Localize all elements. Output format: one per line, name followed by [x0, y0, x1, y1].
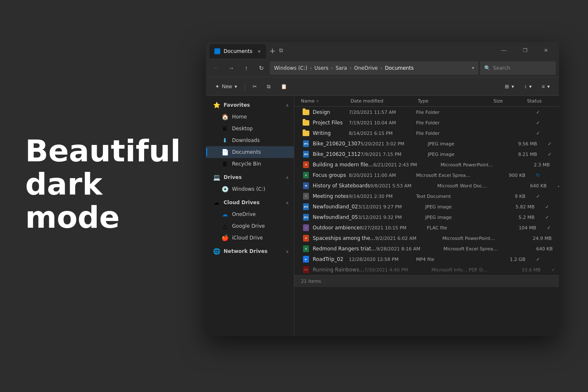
sidebar-item-recycle-bin[interactable]: 🗑 Recycle Bin — [206, 158, 294, 170]
table-row[interactable]: JPG Bike_210620_1307 5/20/2021 3:02 PM J… — [296, 139, 557, 149]
check-icon: ✓ — [536, 257, 540, 262]
group-icon: ≡ — [542, 84, 545, 89]
window-controls: — ❐ ✕ — [494, 44, 556, 57]
file-status: ✓ — [525, 257, 551, 262]
col-date-header[interactable]: Date modified — [351, 98, 418, 104]
table-row[interactable]: W History of Skateboards 9/8/2021 5:53 A… — [296, 181, 557, 191]
file-date: 5/20/2021 3:02 PM — [361, 141, 428, 147]
back-button[interactable]: ← — [209, 61, 223, 75]
xlsx-icon: X — [303, 172, 309, 179]
home-label: Home — [232, 114, 247, 120]
address-bar[interactable]: Windows (C:) › Users › Sara › OneDrive ›… — [270, 61, 478, 75]
file-status: ✓ — [536, 225, 559, 231]
file-type: Microsoft PowerPoint… — [440, 162, 516, 168]
sidebar-item-icloud[interactable]: 🍎 iCloud Drive — [206, 232, 294, 244]
explorer-window: Documents ✕ + ⧉ — ❐ ✕ ← → ↑ ↻ Windows (C… — [206, 42, 559, 336]
breadcrumb-current: Documents — [385, 65, 414, 71]
sidebar-section-favorites-header[interactable]: ⭐ Favorites ∧ — [206, 99, 294, 111]
table-row[interactable]: P Spaceships among the… 9/2/2021 6:02 AM… — [296, 233, 557, 243]
table-row[interactable]: X Focus groups 8/20/2021 11:00 AM Micros… — [296, 170, 557, 180]
up-button[interactable]: ↑ — [240, 61, 253, 75]
sidebar-item-desktop[interactable]: 🖥 Desktop — [206, 123, 294, 134]
sidebar-section-cloud-header[interactable]: ☁ Cloud Drives ∧ — [206, 197, 294, 208]
check-icon: ✓ — [545, 204, 549, 210]
col-size-header[interactable]: Size — [493, 98, 527, 104]
table-row[interactable]: Project Files 7/19/2021 10:04 AM File Fo… — [296, 118, 557, 128]
table-row[interactable]: JPG Newfoundland_05 3/12/2021 9:32 PM JP… — [296, 212, 557, 222]
table-row[interactable]: P Building a modern file… 6/21/2021 2:43… — [296, 160, 557, 170]
file-list: Name ∧ Date modified Type Size Status — [294, 96, 559, 336]
file-type-icon: P — [303, 161, 309, 168]
col-name-header[interactable]: Name ∧ — [301, 98, 351, 104]
group-button[interactable]: ≡ ▾ — [538, 80, 554, 93]
new-tab-button[interactable]: + — [269, 46, 276, 55]
sync-icon: ↻ — [536, 173, 540, 178]
forward-button[interactable]: → — [224, 61, 238, 75]
table-row[interactable]: ▶ RoadTrip_02 12/28/2020 12:58 PM MP4 fi… — [296, 254, 557, 264]
recycle-bin-icon: 🗑 — [221, 160, 229, 167]
table-row[interactable]: ♪ Outdoor ambience 8/27/2021 10:15 PM FL… — [296, 223, 557, 233]
file-name-cell: P Building a modern file… — [303, 161, 373, 168]
windows-c-label: Windows (C:) — [232, 186, 265, 192]
col-type-header[interactable]: Type — [418, 98, 493, 104]
drives-chevron: ∧ — [286, 175, 289, 180]
sidebar-item-home[interactable]: 🏠 Home — [206, 111, 294, 123]
new-button[interactable]: ✦ New ▾ — [211, 80, 241, 93]
sidebar-item-onedrive[interactable]: ☁ OneDrive — [206, 208, 294, 220]
file-name-cell: JPG Newfoundland_02 — [303, 203, 358, 210]
sidebar-item-documents[interactable]: 📄 Documents — [206, 146, 294, 158]
table-row[interactable]: Design 7/20/2021 11:57 AM File Folder ✓ — [296, 107, 557, 117]
tab-title: Documents — [224, 48, 252, 54]
sort-icon: ↕ — [524, 84, 527, 89]
table-row[interactable]: JPG Bike_210620_1312 7/9/2021 7:15 PM JP… — [296, 149, 557, 159]
sidebar-section-network-drives: 🌐 Network Drives ∨ — [206, 245, 294, 257]
toolbar: ✦ New ▾ ✂ ⧉ 📋 ⊞ ▾ ↕ ▾ ≡ ▾ — [206, 77, 559, 96]
table-row[interactable]: JPG Newfoundland_02 3/12/2021 9:27 PM JP… — [296, 202, 557, 212]
file-date: 3/12/2021 9:32 PM — [358, 215, 425, 220]
search-box[interactable]: 🔍 Search — [480, 61, 556, 75]
sidebar-item-downloads[interactable]: ⬇ Downloads — [206, 134, 294, 146]
maximize-button[interactable]: ❐ — [515, 44, 535, 57]
tab-close-button[interactable]: ✕ — [257, 49, 261, 54]
breadcrumb-users: Users — [314, 65, 329, 71]
jpeg-icon: JPG — [303, 151, 309, 158]
address-dropdown-icon[interactable]: ▾ — [472, 66, 474, 70]
file-type-icon: P — [303, 235, 309, 242]
view-options-button[interactable]: ⊞ ▾ — [501, 80, 518, 93]
sidebar: ⭐ Favorites ∧ 🏠 Home 🖥 Desktop ⬇ Downloa… — [206, 96, 294, 336]
pptx-icon: P — [303, 235, 309, 242]
sidebar-item-windows-c[interactable]: 💿 Windows (C:) — [206, 183, 294, 195]
file-type-icon: T — [303, 193, 309, 200]
col-status-header[interactable]: Status — [527, 98, 552, 104]
table-row[interactable]: Writing 8/14/2021 6:15 PM File Folder ✓ — [296, 128, 557, 138]
file-size: 24.9 MB — [518, 236, 552, 241]
paste-button[interactable]: 📋 — [277, 80, 291, 93]
docx-icon: W — [303, 182, 309, 189]
restore-button[interactable]: ⧉ — [279, 47, 283, 54]
copy-button[interactable]: ⧉ — [263, 80, 275, 93]
paste-icon: 📋 — [281, 84, 287, 89]
sort-button[interactable]: ↕ ▾ — [520, 80, 536, 93]
table-row[interactable]: X Redmond Rangers triat… 9/28/2021 8:16 … — [296, 244, 557, 254]
sidebar-section-drives-header[interactable]: 💻 Drives ∧ — [206, 171, 294, 183]
file-name-cell: ♪ Outdoor ambience — [303, 224, 360, 231]
refresh-button[interactable]: ↻ — [255, 61, 268, 75]
minimize-button[interactable]: — — [494, 44, 514, 57]
folder-icon — [303, 120, 309, 126]
cut-button[interactable]: ✂ — [248, 80, 261, 93]
sidebar-section-network-header[interactable]: 🌐 Network Drives ∨ — [206, 245, 294, 257]
file-name: Design — [313, 109, 330, 115]
close-button[interactable]: ✕ — [536, 44, 556, 57]
file-type-icon: ▶ — [303, 256, 309, 263]
jpeg-icon: JPG — [303, 214, 309, 221]
hero-line1: Beautiful — [25, 134, 181, 168]
sidebar-item-google-drive[interactable]: △ Google Drive — [206, 220, 294, 232]
table-row[interactable]: PDF Running Rainbows… 7/30/2021 4:40 PM … — [296, 265, 557, 275]
desktop-icon: 🖥 — [221, 125, 229, 132]
file-date: 8/27/2021 10:15 PM — [360, 225, 427, 231]
file-type-icon: JPG — [303, 214, 309, 221]
active-tab[interactable]: Documents ✕ — [209, 44, 266, 58]
file-status: ✓ — [525, 110, 551, 115]
table-row[interactable]: T Meeting notes 9/14/2021 2:30 PM Text D… — [296, 191, 557, 201]
file-rows-container: Design 7/20/2021 11:57 AM File Folder ✓ … — [294, 107, 559, 275]
